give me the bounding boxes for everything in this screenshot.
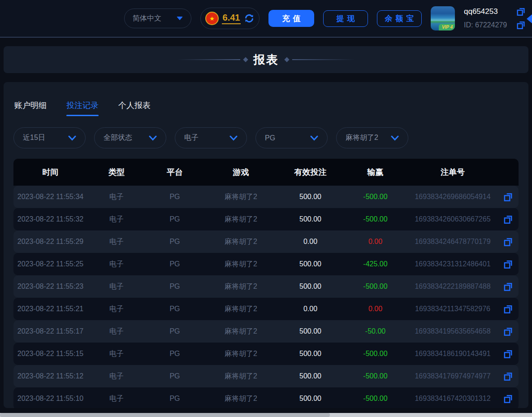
cell-valid-bet: 500.00	[278, 372, 343, 380]
tab-account-details[interactable]: 账户明细	[14, 100, 47, 116]
copy-order-button[interactable]	[503, 237, 513, 247]
cell-order-no: 1693834167420301312	[408, 395, 497, 403]
cell-type: 电子	[87, 192, 146, 202]
language-label: 简体中文	[133, 14, 161, 23]
cell-platform: PG	[146, 193, 204, 201]
copy-order-button[interactable]	[503, 192, 513, 202]
cell-time: 2023-08-22 11:55:34	[13, 193, 87, 201]
horizontal-scrollbar[interactable]	[0, 413, 532, 417]
filter-status[interactable]: 全部状态	[94, 127, 166, 148]
col-game: 游戏	[204, 167, 278, 178]
tab-personal-report[interactable]: 个人报表	[118, 100, 151, 116]
cell-valid-bet: 500.00	[278, 215, 343, 223]
copy-order-button[interactable]	[503, 394, 513, 404]
copy-icon	[503, 237, 513, 247]
cell-time: 2023-08-22 11:55:25	[13, 260, 87, 268]
filter-value: PG	[265, 134, 275, 142]
vip-badge: VIP 4	[439, 24, 455, 30]
report-tabs: 账户明细 投注记录 个人报表	[13, 100, 519, 116]
table-body: 2023-08-22 11:55:34 电子 PG 麻将胡了2 500.00 -…	[13, 186, 519, 408]
filter-game[interactable]: 麻将胡了2	[336, 127, 408, 148]
table-row: 2023-08-22 11:55:15 电子 PG 麻将胡了2 500.00 -…	[13, 343, 519, 365]
filter-row: 近15日 全部状态 电子 PG 麻将胡了2	[13, 127, 519, 148]
col-platform: 平台	[146, 167, 204, 178]
cell-game: 麻将胡了2	[204, 237, 278, 247]
cell-winloss: 0.00	[343, 305, 408, 313]
chevron-down-icon	[391, 135, 399, 141]
copy-order-button[interactable]	[503, 326, 513, 337]
cell-type: 电子	[87, 304, 146, 314]
cell-time: 2023-08-22 11:55:17	[13, 327, 87, 335]
copy-username-button[interactable]	[516, 7, 526, 17]
cell-valid-bet: 0.00	[278, 305, 343, 313]
exchange-rate-widget: ★ 6.41	[200, 8, 260, 29]
withdraw-button[interactable]: 提现	[323, 10, 368, 27]
cell-winloss: 0.00	[343, 238, 408, 246]
cell-valid-bet: 500.00	[278, 327, 343, 335]
page-title: 报表	[254, 52, 279, 68]
title-deco-right	[285, 58, 355, 61]
table-row: 2023-08-22 11:55:12 电子 PG 麻将胡了2 500.00 -…	[13, 365, 519, 387]
copy-order-button[interactable]	[503, 214, 513, 225]
cell-game: 麻将胡了2	[204, 394, 278, 404]
scrollbar-thumb[interactable]	[0, 413, 330, 417]
report-panel: 账户明细 投注记录 个人报表 近15日 全部状态 电子 PG 麻将胡了2 时间 …	[4, 82, 528, 408]
language-selector[interactable]: 简体中文	[124, 9, 191, 28]
cell-order-no: 1693834211347582976	[408, 305, 497, 313]
table-row: 2023-08-22 11:55:25 电子 PG 麻将胡了2 500.00 -…	[13, 253, 519, 275]
cell-game: 麻将胡了2	[204, 260, 278, 269]
table-row: 2023-08-22 11:55:21 电子 PG 麻将胡了2 0.00 0.0…	[13, 298, 519, 320]
refresh-rate-button[interactable]	[244, 13, 255, 24]
table-row: 2023-08-22 11:55:10 电子 PG 麻将胡了2 500.00 -…	[13, 387, 519, 408]
cell-order-no: 1693834186190143491	[408, 350, 497, 358]
filter-value: 近15日	[23, 133, 45, 143]
user-id: ID: 67224279	[464, 21, 507, 29]
cell-time: 2023-08-22 11:55:29	[13, 238, 87, 246]
cell-time: 2023-08-22 11:55:15	[13, 350, 87, 358]
filter-date-range[interactable]: 近15日	[13, 127, 86, 148]
col-type: 类型	[87, 167, 146, 178]
cell-game: 麻将胡了2	[204, 304, 278, 314]
cell-platform: PG	[146, 238, 204, 246]
cell-time: 2023-08-22 11:55:21	[13, 305, 87, 313]
cell-platform: PG	[146, 372, 204, 380]
filter-game-type[interactable]: 电子	[175, 127, 247, 148]
copy-userid-button[interactable]	[516, 20, 526, 30]
copy-order-button[interactable]	[503, 304, 513, 314]
cell-type: 电子	[87, 349, 146, 359]
cell-order-no: 1693834222189887488	[408, 282, 497, 291]
cell-winloss: -50.00	[343, 327, 408, 335]
copy-icon	[503, 304, 513, 314]
copy-order-button[interactable]	[503, 259, 513, 269]
copy-order-button[interactable]	[503, 371, 513, 382]
refresh-icon	[244, 13, 255, 24]
cell-valid-bet: 0.00	[278, 238, 343, 246]
copy-order-button[interactable]	[503, 282, 513, 292]
cell-game: 麻将胡了2	[204, 215, 278, 224]
deco-line	[292, 59, 355, 60]
cell-time: 2023-08-22 11:55:10	[13, 395, 87, 403]
cell-type: 电子	[87, 327, 146, 336]
avatar[interactable]: VIP 4	[431, 6, 455, 30]
title-deco-left	[177, 58, 247, 61]
recharge-button[interactable]: 充值	[268, 10, 314, 27]
diamond-icon	[243, 57, 248, 62]
cell-order-no: 1693834260630667265	[408, 215, 497, 223]
cell-time: 2023-08-22 11:55:32	[13, 215, 87, 223]
chevron-down-icon	[310, 135, 318, 141]
copy-icon	[503, 192, 513, 202]
chevron-down-icon	[177, 17, 183, 20]
filter-platform[interactable]: PG	[255, 127, 328, 148]
exchange-rate-value[interactable]: 6.41	[222, 13, 241, 24]
tab-bet-records[interactable]: 投注记录	[66, 100, 99, 116]
edge-arrow-icon[interactable]	[527, 14, 532, 23]
cell-winloss: -500.00	[343, 372, 408, 380]
chevron-down-icon	[229, 135, 238, 141]
table-row: 2023-08-22 11:55:23 电子 PG 麻将胡了2 500.00 -…	[13, 275, 519, 298]
copy-order-button[interactable]	[503, 349, 513, 359]
cell-order-no: 1693834269686054914	[408, 193, 497, 201]
table-row: 2023-08-22 11:55:17 电子 PG 麻将胡了2 500.00 -…	[13, 320, 519, 343]
copy-icon	[503, 326, 513, 337]
yuebao-button[interactable]: 余额宝	[377, 10, 422, 27]
username: qq654253	[464, 7, 498, 16]
